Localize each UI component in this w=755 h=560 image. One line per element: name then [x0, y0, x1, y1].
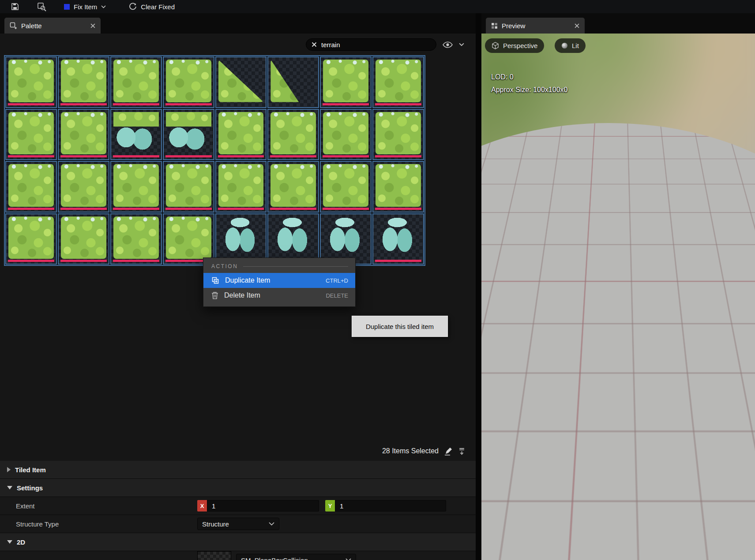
palette-tile[interactable] [110, 161, 162, 213]
tile-art [376, 112, 421, 155]
fix-item-label: Fix Item [74, 3, 97, 11]
expander-collapsed-icon[interactable] [7, 467, 11, 472]
palette-tile[interactable] [320, 109, 372, 161]
close-icon[interactable] [575, 23, 579, 28]
section-tiled-item[interactable]: Tiled Item [0, 461, 476, 479]
close-icon[interactable] [90, 23, 95, 28]
palette-tile[interactable] [267, 161, 319, 213]
tile-stripe [60, 208, 107, 210]
palette-tile[interactable] [110, 56, 162, 108]
fix-item-button[interactable]: Fix Item [64, 3, 106, 11]
tiled-item-section-label: Tiled Item [15, 466, 46, 474]
tile-stripe [323, 208, 369, 210]
chevron-down-icon [346, 558, 351, 560]
palette-tile[interactable] [5, 56, 57, 108]
tile-art [270, 164, 316, 207]
tile-art [113, 164, 159, 207]
palette-tile[interactable] [215, 56, 267, 108]
search-box[interactable] [306, 38, 436, 51]
tile-stripe [8, 155, 54, 157]
mesh-value: SM_PlaneBoxCollision [241, 556, 308, 560]
expander-expanded-icon[interactable] [7, 486, 12, 489]
structure-type-dropdown[interactable]: Structure [197, 518, 279, 530]
tile-art [323, 164, 368, 207]
extent-x-input[interactable] [207, 500, 319, 511]
tile-stripe [375, 208, 421, 210]
tile-art [8, 217, 54, 259]
search-input[interactable] [321, 41, 431, 49]
context-menu-section: ACTION [203, 258, 355, 273]
trash-icon [211, 291, 218, 299]
palette-tile[interactable] [163, 109, 214, 161]
palette-tile[interactable] [320, 56, 372, 108]
preview-viewport[interactable]: Perspective Lit LOD: 0 Approx Size: 100x… [481, 34, 755, 560]
palette-tile[interactable] [320, 161, 372, 213]
selection-status-row: 28 Items Selected [382, 447, 465, 455]
palette-tile[interactable] [5, 213, 57, 265]
palette-tile[interactable] [372, 161, 424, 213]
clear-fixed-button[interactable]: Clear Fixed [129, 3, 175, 11]
items-selected-label: 28 Items Selected [382, 447, 439, 455]
tab-preview[interactable]: Preview [486, 18, 585, 34]
collapse-list-icon[interactable] [458, 448, 465, 455]
palette-tile[interactable] [320, 213, 372, 265]
palette-tile[interactable] [267, 213, 319, 265]
mesh-dropdown[interactable]: SM_PlaneBoxCollision [236, 554, 356, 560]
tile-stripe [375, 103, 421, 105]
find-icon[interactable] [37, 2, 46, 11]
viewport-ground-plane [481, 123, 755, 560]
tile-stripe [270, 208, 316, 210]
menu-item-delete[interactable]: Delete Item DELETE [203, 288, 355, 303]
mesh-thumbnail[interactable] [197, 551, 231, 560]
edit-selection-icon[interactable] [444, 447, 453, 455]
palette-tile[interactable] [5, 109, 57, 161]
palette-tile[interactable] [267, 109, 319, 161]
palette-tile[interactable] [163, 213, 214, 265]
tile-stripe [270, 155, 316, 157]
lit-button[interactable]: Lit [555, 38, 586, 53]
perspective-button[interactable]: Perspective [485, 38, 544, 53]
tile-stripe [165, 208, 212, 210]
palette-tile[interactable] [110, 109, 162, 161]
menu-item-duplicate[interactable]: Duplicate Item CTRL+D [203, 273, 355, 288]
tile-art [218, 112, 264, 155]
eye-icon[interactable] [443, 41, 453, 48]
tile-stripe [8, 103, 54, 105]
palette-tile[interactable] [58, 56, 109, 108]
tile-art [323, 217, 368, 259]
preview-tab-label: Preview [502, 22, 525, 30]
row-extent: Extent X Y [0, 497, 476, 515]
view-options-chevron-icon[interactable] [459, 43, 464, 46]
tooltip-text: Duplicate this tiled item [366, 323, 434, 330]
section-settings[interactable]: Settings [0, 479, 476, 497]
palette-tile[interactable] [163, 56, 214, 108]
expander-expanded-icon[interactable] [7, 540, 12, 544]
palette-tile[interactable] [58, 109, 109, 161]
tile-art [218, 217, 264, 259]
section-2d[interactable]: 2D [0, 533, 476, 551]
palette-tile[interactable] [215, 109, 267, 161]
palette-tile[interactable] [372, 109, 424, 161]
save-icon[interactable] [11, 2, 19, 11]
preview-panel: Preview Perspective Lit LOD: 0 Approx Si… [481, 13, 755, 560]
clear-search-icon[interactable] [312, 42, 317, 47]
duplicate-icon [211, 276, 219, 284]
tile-art [61, 112, 106, 155]
palette-tile[interactable] [215, 213, 267, 265]
tab-palette[interactable]: Palette [4, 18, 101, 34]
axis-y-badge: Y [325, 500, 335, 511]
palette-tile[interactable] [163, 161, 214, 213]
palette-tile[interactable] [58, 213, 109, 265]
palette-tile[interactable] [372, 213, 424, 265]
tile-stripe [375, 155, 421, 157]
extent-y-input[interactable] [335, 500, 446, 511]
tile-art [166, 217, 211, 259]
palette-tile[interactable] [58, 161, 109, 213]
tile-art [113, 60, 159, 102]
tile-stripe [375, 260, 421, 262]
palette-tile[interactable] [215, 161, 267, 213]
palette-tile[interactable] [267, 56, 319, 108]
palette-tile[interactable] [372, 56, 424, 108]
palette-tile[interactable] [5, 161, 57, 213]
palette-tile[interactable] [110, 213, 162, 265]
